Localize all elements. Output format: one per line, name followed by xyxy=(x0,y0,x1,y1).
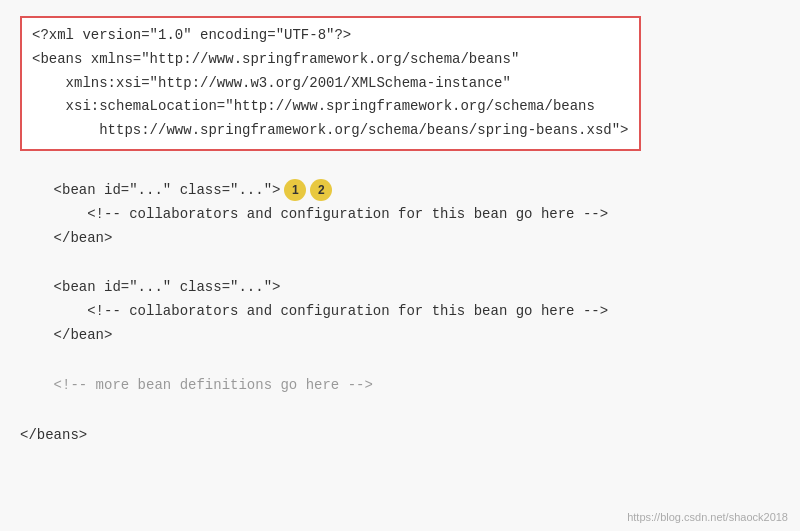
bean1-open-line: <bean id="..." class="..."> 1 2 xyxy=(20,179,780,203)
beans-close: </beans> xyxy=(20,424,780,448)
badge-1: 1 xyxy=(284,179,306,201)
schema-url: https://www.springframework.org/schema/b… xyxy=(32,119,629,143)
more-comment-section: <!-- more bean definitions go here --> xyxy=(20,374,780,398)
bean2-close: </bean> xyxy=(20,324,780,348)
spacer4 xyxy=(20,414,780,424)
bean1-comment: <!-- collaborators and configuration for… xyxy=(20,203,780,227)
spacer2 xyxy=(20,266,780,276)
spacer3 xyxy=(20,364,780,374)
more-comment: <!-- more bean definitions go here --> xyxy=(20,374,780,398)
bean1-close: </bean> xyxy=(20,227,780,251)
code-container: <?xml version="1.0" encoding="UTF-8"?> <… xyxy=(0,0,800,531)
bean1-open-text: <bean id="..." class="..."> xyxy=(20,179,280,203)
spacer1 xyxy=(20,169,780,179)
xmlns-xsi: xmlns:xsi="http://www.w3.org/2001/XMLSch… xyxy=(32,72,629,96)
bean2-open: <bean id="..." class="..."> xyxy=(20,276,780,300)
bean2-section: <bean id="..." class="..."> <!-- collabo… xyxy=(20,276,780,347)
xsi-schema: xsi:schemaLocation="http://www.springfra… xyxy=(32,95,629,119)
highlighted-xml-header: <?xml version="1.0" encoding="UTF-8"?> <… xyxy=(20,16,641,151)
bean1-section: <bean id="..." class="..."> 1 2 <!-- col… xyxy=(20,179,780,250)
badge-2: 2 xyxy=(310,179,332,201)
bean2-comment: <!-- collaborators and configuration for… xyxy=(20,300,780,324)
xml-declaration: <?xml version="1.0" encoding="UTF-8"?> xyxy=(32,24,629,48)
beans-open: <beans xmlns="http://www.springframework… xyxy=(32,48,629,72)
watermark: https://blog.csdn.net/shaock2018 xyxy=(627,511,788,523)
